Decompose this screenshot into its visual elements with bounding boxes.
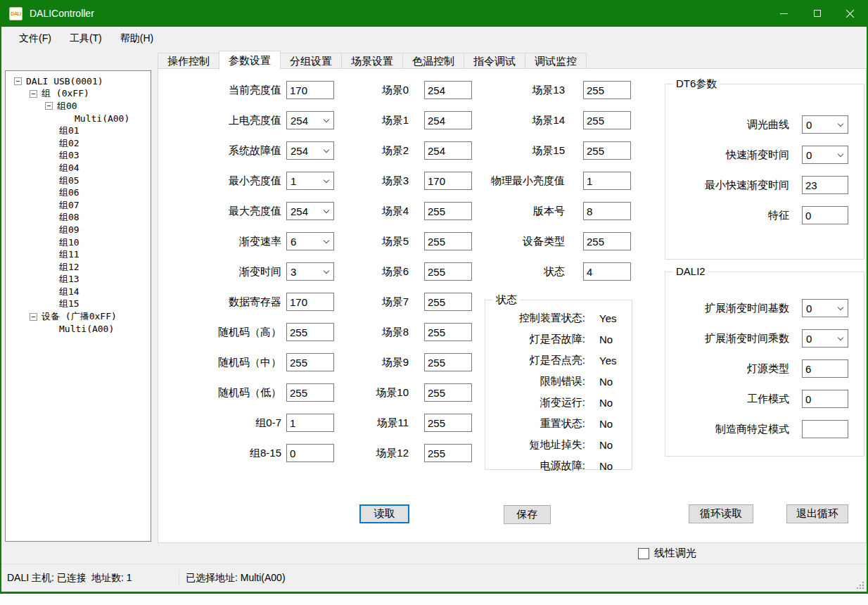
scene-input[interactable] — [424, 444, 472, 462]
menu-item[interactable]: 文件(F) — [10, 27, 60, 50]
tree-collapse-icon[interactable] — [45, 102, 53, 110]
info-input[interactable] — [583, 232, 631, 250]
save-button[interactable]: 保存 — [504, 505, 551, 524]
scene-input[interactable] — [424, 293, 472, 311]
info-input[interactable] — [583, 111, 631, 129]
tree-item[interactable]: 组05 — [6, 174, 151, 187]
dt6-input[interactable] — [802, 206, 848, 224]
tree-item[interactable]: 组11 — [6, 248, 151, 261]
tree-item[interactable]: 组12 — [6, 261, 151, 274]
param-combo[interactable]: 3 — [286, 262, 334, 281]
info-input[interactable] — [583, 172, 631, 190]
tab[interactable]: 参数设置 — [219, 51, 281, 70]
scene-input[interactable] — [424, 232, 472, 250]
info-input[interactable] — [583, 141, 631, 160]
info-input[interactable] — [583, 81, 631, 99]
tree-collapse-icon[interactable] — [14, 77, 22, 85]
tree-item[interactable]: 组03 — [6, 150, 151, 163]
status-list: 控制装置状态: Yes 灯是否故障: No 灯是否点亮: Yes 限制 — [485, 307, 632, 476]
tree-item[interactable]: 组10 — [6, 236, 151, 249]
dt6-input[interactable] — [802, 176, 848, 194]
param-input[interactable] — [286, 353, 334, 371]
maximize-button[interactable] — [800, 0, 834, 27]
chevron-down-icon — [838, 121, 843, 127]
dt6-combo[interactable]: 0 — [802, 115, 848, 134]
tree-item-label: 组11 — [59, 248, 79, 261]
scene-input[interactable] — [424, 141, 472, 160]
param-input[interactable] — [286, 414, 334, 432]
loop-read-button[interactable]: 循环读取 — [689, 504, 753, 523]
chevron-down-icon — [838, 151, 843, 157]
menu-item[interactable]: 工具(T) — [60, 27, 111, 50]
info-label: 场景14 — [485, 114, 583, 127]
param-combo[interactable]: 6 — [286, 232, 334, 250]
dali2-combo[interactable]: 0 — [802, 299, 848, 317]
dt6-row: 快速渐变时间 0 — [665, 146, 864, 164]
dali2-input[interactable] — [802, 359, 848, 378]
info-input[interactable] — [583, 202, 631, 220]
tab[interactable]: 分组设置 — [280, 53, 342, 69]
close-button[interactable] — [834, 0, 867, 27]
tree-collapse-icon[interactable] — [30, 313, 37, 321]
dali2-input[interactable] — [802, 420, 848, 438]
param-input[interactable] — [286, 323, 334, 341]
tree-item[interactable]: 组01 — [6, 125, 151, 137]
tree-item[interactable]: 组13 — [6, 274, 151, 286]
tree-item[interactable]: DALI USB(0001) — [6, 75, 151, 88]
tree-item[interactable]: 组08 — [6, 212, 151, 224]
param-combo[interactable]: 1 — [286, 172, 334, 190]
param-combo[interactable]: 254 — [286, 111, 334, 129]
param-row: 组0-7 — [164, 414, 340, 432]
tree-item[interactable]: 组15 — [6, 298, 151, 311]
status-groupbox: 状态 控制装置状态: Yes 灯是否故障: No 灯是否点亮: — [485, 300, 632, 470]
tab[interactable]: 操作控制 — [158, 53, 219, 69]
scene-input[interactable] — [424, 262, 472, 281]
tree-item[interactable]: 组14 — [6, 286, 151, 298]
param-input[interactable] — [286, 444, 334, 462]
tree-item[interactable]: 组04 — [6, 162, 151, 174]
linear-dimming-checkbox[interactable] — [638, 548, 649, 559]
param-input[interactable] — [286, 293, 334, 311]
tree-item[interactable]: 组07 — [6, 199, 151, 212]
tree-item[interactable]: 组00 — [6, 100, 151, 113]
tree-item[interactable]: 设备 (广播0xFF) — [6, 310, 151, 323]
scene-input[interactable] — [424, 383, 472, 402]
close-icon — [845, 9, 855, 18]
tab[interactable]: 指令调试 — [464, 53, 525, 69]
param-combo[interactable]: 254 — [286, 202, 334, 220]
tree-item[interactable]: Multi(A00) — [6, 323, 151, 336]
tab[interactable]: 调试监控 — [525, 53, 587, 69]
resize-grip[interactable] — [855, 580, 864, 589]
scene-input[interactable] — [424, 81, 472, 99]
param-row: 渐变速率 6 — [164, 232, 340, 250]
dt6-combo[interactable]: 0 — [802, 146, 848, 164]
scene-input[interactable] — [424, 353, 472, 371]
tree-item[interactable]: Multi(A00) — [6, 113, 151, 125]
param-input[interactable] — [286, 383, 334, 402]
tree-item[interactable]: 组06 — [6, 186, 151, 199]
tree-item[interactable]: 组02 — [6, 137, 151, 150]
tree-item[interactable]: 组09 — [6, 224, 151, 236]
scene-label: 场景9 — [340, 356, 424, 369]
scene-input[interactable] — [424, 323, 472, 341]
param-row: 当前亮度值 — [164, 81, 340, 99]
param-row: 数据寄存器 — [164, 293, 340, 311]
tree-collapse-icon[interactable] — [30, 90, 37, 98]
info-input[interactable] — [583, 262, 631, 281]
scene-input[interactable] — [424, 202, 472, 220]
tab[interactable]: 色温控制 — [402, 53, 464, 69]
tab[interactable]: 场景设置 — [341, 53, 403, 69]
scene-label: 场景10 — [340, 386, 424, 400]
dali2-input[interactable] — [802, 390, 848, 408]
scene-input[interactable] — [424, 172, 472, 190]
scene-input[interactable] — [424, 111, 472, 129]
param-input[interactable] — [286, 81, 334, 99]
param-combo[interactable]: 254 — [286, 141, 334, 160]
tree-item[interactable]: 组 (0xFF) — [6, 88, 151, 101]
dali2-combo[interactable]: 0 — [802, 329, 848, 348]
exit-loop-button[interactable]: 退出循环 — [786, 504, 848, 523]
menu-item[interactable]: 帮助(H) — [111, 27, 162, 50]
scene-input[interactable] — [424, 414, 472, 432]
minimize-button[interactable] — [767, 0, 800, 27]
read-button[interactable]: 读取 — [359, 504, 409, 523]
